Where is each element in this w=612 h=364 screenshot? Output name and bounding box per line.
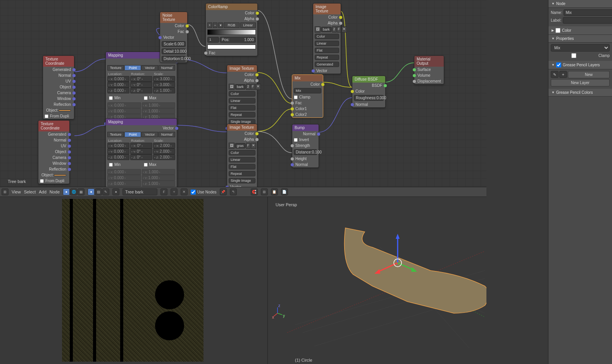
add-material-icon[interactable]: + bbox=[171, 188, 178, 195]
copy-nodes-icon[interactable]: 📋 bbox=[271, 188, 278, 195]
from-dupli-check[interactable]: From Dupli bbox=[38, 178, 69, 184]
pencil-icon[interactable]: ✎ bbox=[551, 71, 559, 78]
color-panel-header[interactable]: ▶Color bbox=[548, 26, 612, 35]
properties-panel-header[interactable]: ▼Properties bbox=[548, 35, 612, 43]
node-editor[interactable]: Texture Coordinate Generated Normal UV O… bbox=[0, 0, 486, 187]
menu-add[interactable]: Add bbox=[39, 190, 47, 194]
node-label-field[interactable] bbox=[563, 17, 612, 24]
stop-index[interactable]: 1 bbox=[207, 37, 219, 43]
scale-x[interactable]: ‹ X: 3.000 › bbox=[153, 76, 175, 82]
node-texture-coordinate-1[interactable]: Texture Coordinate Generated Normal UV O… bbox=[43, 55, 74, 119]
menu-select[interactable]: Select bbox=[24, 190, 36, 194]
shader-type-world-icon[interactable]: 🌐 bbox=[70, 188, 77, 195]
gp-layers-panel-header[interactable]: ▼Grease Pencil Layers bbox=[548, 61, 612, 69]
shader-type-object-icon[interactable]: ● bbox=[63, 188, 70, 195]
3d-viewport[interactable]: User Persp z x y (1) Circle bbox=[267, 197, 486, 364]
image-name[interactable]: gras bbox=[235, 143, 246, 148]
unlink-icon[interactable]: ✕ bbox=[255, 84, 261, 90]
menu-node[interactable]: Node bbox=[50, 190, 60, 194]
scale-y[interactable]: ‹ Y: 3.000 › bbox=[153, 82, 175, 88]
fake-user[interactable]: F bbox=[246, 143, 251, 149]
invert-check[interactable]: Invert bbox=[292, 137, 319, 143]
noise-scale[interactable]: Scale:6.000 bbox=[162, 41, 186, 47]
max-check[interactable]: Max bbox=[142, 95, 176, 101]
pin-icon[interactable]: 📌 bbox=[220, 188, 227, 195]
paste-nodes-icon[interactable]: 📄 bbox=[281, 188, 288, 195]
image-browse-icon[interactable]: 🖼 bbox=[229, 143, 234, 149]
clamp-check[interactable]: Clamp bbox=[292, 94, 323, 100]
ramp-menu[interactable]: ▾ bbox=[218, 22, 223, 28]
tab-vector[interactable]: Vector bbox=[141, 65, 158, 71]
new-layer-btn[interactable]: New Layer bbox=[551, 79, 610, 86]
node-panel-header[interactable]: ▼Node bbox=[548, 0, 612, 8]
scale-z[interactable]: ‹ Z: 1.000 › bbox=[153, 88, 175, 93]
fake-user[interactable]: F bbox=[251, 84, 255, 90]
mapping-tabs[interactable]: Texture Point Vector Normal bbox=[106, 64, 177, 71]
material-browse-icon[interactable]: ● bbox=[112, 188, 119, 195]
blend-mode-select[interactable]: Mix bbox=[551, 44, 610, 52]
loc-z[interactable]: ‹ Z: 0.000 › bbox=[107, 88, 129, 93]
image-users[interactable]: 2 bbox=[246, 84, 250, 90]
min-check[interactable]: Min bbox=[107, 95, 141, 101]
node-name-field[interactable] bbox=[564, 9, 612, 16]
stop-pos[interactable]: Pos:1.000 bbox=[220, 37, 256, 43]
diffuse-roughness[interactable]: Roughness:0.000 bbox=[354, 95, 384, 101]
uv-image-editor[interactable] bbox=[0, 197, 267, 364]
node-material-output[interactable]: Material Output Surface Volume Displacem… bbox=[414, 55, 444, 85]
material-name-field[interactable] bbox=[122, 188, 157, 195]
tree-type-shader-icon[interactable]: ● bbox=[88, 188, 95, 195]
fake-user-btn[interactable]: F bbox=[160, 188, 167, 195]
node-mapping-1[interactable]: Mapping Vector Texture Point Vector Norm… bbox=[105, 52, 177, 127]
object-picker[interactable]: Object: bbox=[43, 107, 74, 113]
ramp-mode[interactable]: RGB bbox=[224, 22, 240, 28]
snap-icon[interactable]: 🧲 bbox=[251, 188, 258, 195]
node-image-texture-top[interactable]: Image Texture Color Alpha 🖼 bark 2 F ✕ C… bbox=[313, 3, 341, 74]
tree-type-texture-icon[interactable]: ✎ bbox=[102, 188, 109, 195]
loc-y[interactable]: ‹ Y: 0.000 › bbox=[107, 82, 129, 88]
from-dupli-check[interactable]: From Dupli bbox=[43, 113, 74, 119]
node-diffuse-bsdf[interactable]: Diffuse BSDF BSDF Color Roughness:0.000 … bbox=[352, 76, 386, 108]
image-browse-icon[interactable]: 🖼 bbox=[229, 84, 234, 90]
node-colorramp[interactable]: ColorRamp Color Alpha + − ▾ RGB Linear 1… bbox=[205, 3, 258, 56]
noise-detail[interactable]: Detail:10.000 bbox=[162, 48, 186, 54]
stop-color[interactable] bbox=[207, 45, 256, 49]
gp-colors-panel-header[interactable]: ▼Grease Pencil Colors bbox=[548, 89, 612, 97]
rot-y[interactable]: ‹ Y: 0° › bbox=[130, 82, 152, 88]
ramp-interp[interactable]: Linear bbox=[240, 22, 256, 28]
remove-stop[interactable]: − bbox=[213, 22, 217, 28]
node-image-texture-2[interactable]: Image Texture Color Alpha 🖼 gras F ✕ Col… bbox=[227, 124, 257, 190]
tree-type-compositor-icon[interactable]: ▧ bbox=[95, 188, 102, 195]
tab-point[interactable]: Point bbox=[124, 65, 141, 71]
object-picker[interactable]: Object: bbox=[38, 172, 69, 178]
image-name[interactable]: bark bbox=[235, 84, 246, 90]
node-image-texture-1[interactable]: Image Texture Color Alpha 🖼 bark 2 F ✕ C… bbox=[227, 65, 257, 131]
blend-mode[interactable]: Mix bbox=[294, 88, 321, 93]
image-users[interactable]: 2 bbox=[332, 26, 336, 33]
rot-z[interactable]: ‹ Z: 0° › bbox=[130, 88, 152, 93]
mapping-tabs[interactable]: Texture Point Vector Normal bbox=[106, 131, 177, 138]
loc-x[interactable]: ‹ X: 0.000 › bbox=[107, 76, 129, 82]
node-mix[interactable]: Mix Color Mix Clamp Fac Color1 Color2 bbox=[292, 74, 323, 118]
ramp-gradient[interactable] bbox=[207, 29, 256, 35]
use-nodes-check[interactable]: Use Nodes bbox=[191, 190, 216, 195]
clamp-checkbox[interactable] bbox=[551, 53, 597, 58]
image-name[interactable]: bark bbox=[321, 27, 332, 32]
unlink-icon[interactable]: ✕ bbox=[251, 143, 256, 149]
add-stop[interactable]: + bbox=[207, 22, 212, 28]
node-bump[interactable]: Bump Normal Invert Strength Distance:0.1… bbox=[292, 124, 319, 168]
noise-distortion[interactable]: Distortion:0.000 bbox=[162, 56, 186, 62]
menu-view[interactable]: View bbox=[12, 190, 21, 194]
add-icon[interactable]: + bbox=[559, 71, 567, 78]
tab-texture[interactable]: Texture bbox=[107, 65, 124, 71]
tab-normal[interactable]: Normal bbox=[159, 65, 175, 71]
unlink-icon[interactable]: ✕ bbox=[341, 26, 347, 33]
editor-type-icon[interactable]: ⊞ bbox=[2, 188, 9, 195]
snap-type-icon[interactable]: ⊞ bbox=[261, 188, 268, 195]
node-mapping-2[interactable]: Mapping Vector Texture Point Vector Norm… bbox=[105, 118, 177, 193]
node-noise-texture[interactable]: Noise Texture Color Fac Vector Scale:6.0… bbox=[160, 12, 188, 63]
unlink-material-icon[interactable]: ✕ bbox=[181, 188, 188, 195]
node-texture-coordinate-2[interactable]: Texture Coordinate Generated Normal UV O… bbox=[38, 120, 70, 184]
bump-distance[interactable]: Distance:0.100 bbox=[294, 149, 317, 155]
new-gp-btn[interactable]: New bbox=[568, 71, 610, 78]
shader-type-line-icon[interactable]: ▦ bbox=[78, 188, 84, 195]
